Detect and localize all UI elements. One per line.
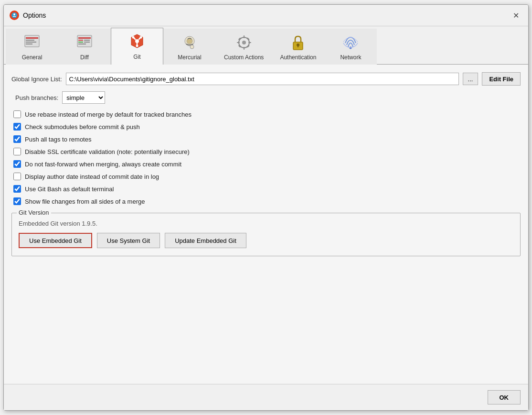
checkbox-no-fast-forward-input[interactable] bbox=[13, 160, 21, 168]
tab-git[interactable]: Git bbox=[111, 28, 163, 65]
svg-point-15 bbox=[132, 36, 135, 39]
git-version-buttons: Use Embedded Git Use System Git Update E… bbox=[19, 233, 513, 248]
checkbox-rebase: Use rebase instead of merge by default f… bbox=[11, 110, 521, 118]
git-icon bbox=[128, 33, 147, 52]
svg-rect-12 bbox=[84, 40, 90, 41]
svg-rect-10 bbox=[78, 42, 83, 43]
checkbox-author-date-input[interactable] bbox=[13, 173, 21, 180]
checkbox-rebase-input[interactable] bbox=[13, 110, 21, 118]
svg-rect-8 bbox=[78, 37, 91, 39]
checkbox-push-tags-label[interactable]: Push all tags to remotes bbox=[25, 136, 91, 143]
tab-diff-label: Diff bbox=[80, 54, 89, 61]
svg-rect-7 bbox=[77, 35, 92, 47]
checkbox-file-changes-input[interactable] bbox=[13, 197, 21, 205]
ignore-list-row: Global Ignore List: ... Edit File bbox=[11, 72, 521, 86]
checkbox-submodules: Check submodules before commit & push bbox=[11, 123, 521, 131]
checkbox-no-fast-forward: Do not fast-forward when merging, always… bbox=[11, 160, 521, 168]
checkbox-git-bash-label[interactable]: Use Git Bash as default terminal bbox=[25, 186, 114, 193]
tab-mercurial-label: Mercurial bbox=[178, 54, 201, 61]
use-system-git-button[interactable]: Use System Git bbox=[97, 233, 160, 248]
edit-file-button[interactable]: Edit File bbox=[482, 72, 521, 86]
svg-rect-6 bbox=[26, 44, 32, 44]
tab-mercurial[interactable]: Mercurial bbox=[163, 29, 216, 65]
svg-rect-33 bbox=[298, 45, 298, 47]
diff-icon bbox=[75, 33, 94, 52]
svg-rect-24 bbox=[244, 47, 245, 50]
checkbox-file-changes-label[interactable]: Show file changes from all sides of a me… bbox=[25, 198, 145, 205]
checkbox-push-tags: Push all tags to remotes bbox=[11, 135, 521, 143]
title-bar-left: Options bbox=[10, 11, 46, 20]
push-branches-select[interactable]: simple matching current bbox=[62, 91, 105, 104]
checkbox-file-changes: Show file changes from all sides of a me… bbox=[11, 197, 521, 205]
svg-rect-5 bbox=[26, 42, 36, 43]
svg-rect-3 bbox=[26, 37, 38, 39]
svg-point-22 bbox=[242, 41, 246, 44]
svg-rect-23 bbox=[244, 35, 245, 38]
title-bar: Options ✕ bbox=[4, 5, 528, 26]
ok-button[interactable]: OK bbox=[488, 390, 521, 404]
checkbox-submodules-input[interactable] bbox=[13, 123, 21, 131]
tab-authentication[interactable]: Authentication bbox=[272, 29, 324, 65]
tab-network[interactable]: Network bbox=[324, 29, 377, 65]
svg-rect-13 bbox=[84, 42, 90, 43]
close-button[interactable]: ✕ bbox=[509, 9, 522, 22]
git-version-group: Git Version Embedded Git version 1.9.5. … bbox=[11, 213, 521, 256]
options-dialog: Options ✕ General bbox=[3, 4, 529, 411]
checkbox-git-bash: Use Git Bash as default terminal bbox=[11, 185, 521, 193]
git-version-group-title: Git Version bbox=[17, 209, 51, 216]
checkbox-author-date: Display author date instead of commit da… bbox=[11, 173, 521, 180]
tab-custom-actions[interactable]: Custom Actions bbox=[216, 29, 272, 65]
tab-custom-actions-label: Custom Actions bbox=[224, 54, 264, 61]
mercurial-icon bbox=[180, 33, 199, 52]
svg-rect-11 bbox=[78, 44, 86, 44]
tabs-bar: General Diff bbox=[4, 26, 528, 65]
custom-actions-icon bbox=[234, 33, 254, 52]
browse-button[interactable]: ... bbox=[463, 73, 479, 85]
tab-network-label: Network bbox=[340, 54, 361, 61]
dialog-title: Options bbox=[23, 11, 46, 19]
checkbox-submodules-label[interactable]: Check submodules before commit & push bbox=[25, 123, 140, 131]
push-branches-row: Push branches: simple matching current bbox=[11, 91, 521, 104]
general-icon bbox=[22, 33, 42, 52]
ignore-list-label: Global Ignore List: bbox=[11, 76, 62, 83]
svg-point-20 bbox=[190, 45, 194, 49]
svg-point-17 bbox=[136, 45, 138, 47]
authentication-icon bbox=[288, 33, 308, 52]
tab-general-label: General bbox=[22, 54, 43, 61]
app-icon bbox=[10, 11, 19, 20]
checkbox-disable-ssl: Disable SSL certificate validation (note… bbox=[11, 148, 521, 155]
svg-point-16 bbox=[140, 36, 142, 39]
checkbox-push-tags-input[interactable] bbox=[13, 135, 21, 143]
checkbox-disable-ssl-input[interactable] bbox=[13, 148, 21, 155]
update-embedded-git-button[interactable]: Update Embedded Git bbox=[165, 233, 246, 248]
svg-rect-2 bbox=[25, 35, 39, 47]
svg-rect-26 bbox=[248, 42, 251, 43]
network-icon bbox=[341, 33, 360, 52]
svg-rect-4 bbox=[26, 40, 34, 41]
checkbox-git-bash-input[interactable] bbox=[13, 185, 21, 193]
tab-git-label: Git bbox=[133, 54, 140, 60]
use-embedded-git-button[interactable]: Use Embedded Git bbox=[19, 233, 92, 248]
checkbox-rebase-label[interactable]: Use rebase instead of merge by default f… bbox=[25, 111, 192, 118]
svg-point-1 bbox=[13, 13, 15, 15]
ignore-list-input[interactable] bbox=[66, 73, 459, 85]
tab-general[interactable]: General bbox=[6, 29, 58, 65]
push-branches-label: Push branches: bbox=[15, 94, 58, 101]
svg-rect-9 bbox=[78, 40, 83, 41]
checkbox-author-date-label[interactable]: Display author date instead of commit da… bbox=[25, 173, 159, 180]
dialog-footer: OK bbox=[4, 384, 528, 410]
checkbox-disable-ssl-label[interactable]: Disable SSL certificate validation (note… bbox=[25, 148, 190, 155]
svg-rect-25 bbox=[237, 42, 240, 43]
embedded-git-version: Embedded Git version 1.9.5. bbox=[19, 220, 513, 227]
tab-authentication-label: Authentication bbox=[280, 54, 316, 61]
checkbox-no-fast-forward-label[interactable]: Do not fast-forward when merging, always… bbox=[25, 161, 181, 168]
svg-point-19 bbox=[187, 38, 192, 44]
main-content: Global Ignore List: ... Edit File Push b… bbox=[4, 65, 528, 384]
tab-diff[interactable]: Diff bbox=[58, 29, 111, 65]
